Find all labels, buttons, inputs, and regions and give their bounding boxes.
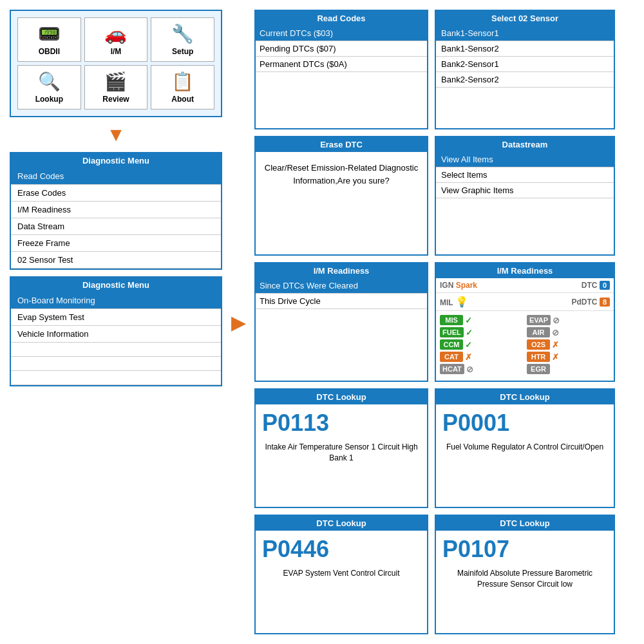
menu-item-data-stream[interactable]: Data Stream xyxy=(11,218,221,235)
dtc-code-2: P0446 xyxy=(256,531,427,565)
arrow-right-icon: ▶ xyxy=(231,311,246,334)
im-label-egr: EGR xyxy=(527,364,550,374)
dtc-desc-3: Fuel Volume Regulator A Control Circuit/… xyxy=(436,439,614,459)
im-label-ccm: CCM xyxy=(440,339,463,350)
menu-item-im-readiness[interactable]: I/M Readiness xyxy=(11,202,221,218)
im-status-fuel: ✓ xyxy=(466,328,473,337)
right-column: Select 02 Sensor Bank1-Sensor1 Bank1-Sen… xyxy=(435,10,615,634)
select-o2-panel: Select 02 Sensor Bank1-Sensor1 Bank1-Sen… xyxy=(435,10,615,129)
menu-item-o2-sensor[interactable]: 02 Sensor Test xyxy=(11,252,221,269)
sensor-bank2-s2[interactable]: Bank2-Sensor2 xyxy=(436,72,614,88)
read-codes-title: Read Codes xyxy=(256,11,427,26)
panel-item-current-dtc[interactable]: Current DTCs ($03) xyxy=(256,26,427,41)
lookup-label: Lookup xyxy=(35,95,63,104)
datastream-panel: Datastream View All Items Select Items V… xyxy=(435,136,615,256)
im-mil-label: MIL 💡 xyxy=(440,296,468,308)
dtc-lookup-3-title: DTC Lookup xyxy=(436,390,614,404)
im-ign-label: IGN Spark xyxy=(440,281,477,290)
im-readiness-panel: I/M Readiness Since DTCs Were Cleared Th… xyxy=(254,262,428,382)
diagnostic-menu-2: Diagnostic Menu On-Board Monitoring Evap… xyxy=(10,276,222,386)
panel-item-pending-dtc[interactable]: Pending DTCs ($07) xyxy=(256,41,427,57)
sensor-bank1-s2[interactable]: Bank1-Sensor2 xyxy=(436,41,614,57)
sensor-bank1-s1[interactable]: Bank1-Sensor1 xyxy=(436,26,614,41)
im-status-evap: ⊘ xyxy=(553,316,560,325)
im-item-drive-cycle[interactable]: This Drive Cycle xyxy=(256,294,427,309)
dtc-code-1: P0113 xyxy=(256,404,427,439)
im-row-ccm: CCM ✓ xyxy=(440,339,523,350)
im-pdtc-info: PdDTC 8 xyxy=(572,298,610,307)
erase-dtc-text: Clear/Reset Emission-Related Diagnostic … xyxy=(256,152,427,196)
im-label-htr: HTR xyxy=(527,352,550,362)
ds-select-items[interactable]: Select Items xyxy=(436,167,614,183)
about-icon-cell[interactable]: 📋 About xyxy=(151,65,214,109)
im-left-col: MIS ✓ FUEL ✓ CCM ✓ CAT ✗ xyxy=(440,315,523,374)
im-icon-cell[interactable]: 🚗 I/M xyxy=(84,17,148,62)
im-label-hcat: HCAT xyxy=(440,364,464,374)
about-label: About xyxy=(171,95,194,104)
im-status-mis: ✓ xyxy=(465,316,472,325)
im-row-fuel: FUEL ✓ xyxy=(440,327,523,337)
im-status-air: ⊘ xyxy=(552,328,559,337)
im-label-mis: MIS xyxy=(440,315,463,325)
menu-item-empty-3 xyxy=(11,371,221,385)
dtc-desc-2: EVAP System Vent Control Circuit xyxy=(256,565,427,585)
sensor-bank2-s1[interactable]: Bank2-Sensor1 xyxy=(436,57,614,72)
setup-label: Setup xyxy=(172,47,193,56)
arrow-right-container: ▶ xyxy=(229,10,248,634)
im-label-fuel: FUEL xyxy=(440,327,464,337)
setup-icon: 🔧 xyxy=(171,23,194,44)
panel-item-permanent-dtc[interactable]: Permanent DTCs ($0A) xyxy=(256,57,427,72)
ds-view-all[interactable]: View All Items xyxy=(436,152,614,167)
menu-item-erase-codes[interactable]: Erase Codes xyxy=(11,185,221,202)
middle-column: Read Codes Current DTCs ($03) Pending DT… xyxy=(254,10,428,634)
menu-item-onboard[interactable]: On-Board Monitoring xyxy=(11,292,221,309)
dtc-desc-1: Intake Air Temperature Sensor 1 Circuit … xyxy=(256,439,427,470)
ds-view-graphic[interactable]: View Graphic Items xyxy=(436,183,614,198)
im-row-htr: HTR ✗ xyxy=(527,352,610,362)
erase-dtc-panel: Erase DTC Clear/Reset Emission-Related D… xyxy=(254,136,428,256)
datastream-title: Datastream xyxy=(436,137,614,152)
diag-menu-2-title: Diagnostic Menu xyxy=(11,278,221,292)
im-icon: 🚗 xyxy=(104,23,127,44)
erase-dtc-title: Erase DTC xyxy=(256,137,427,152)
im-readiness-title: I/M Readiness xyxy=(256,263,427,278)
im-row-cat: CAT ✗ xyxy=(440,352,523,362)
obdii-icon-cell[interactable]: 📟 OBDII xyxy=(17,17,81,62)
im-row-evap: EVAP ⊘ xyxy=(527,315,610,325)
lookup-icon: 🔍 xyxy=(38,71,61,92)
review-icon-cell[interactable]: 🎬 Review xyxy=(84,65,148,109)
im-status-ccm: ✓ xyxy=(465,340,472,350)
dtc-lookup-1-panel: DTC Lookup P0113 Intake Air Temperature … xyxy=(254,388,428,508)
im-row-egr: EGR xyxy=(527,364,610,374)
menu-item-empty-2 xyxy=(11,357,221,371)
diag-menu-1-title: Diagnostic Menu xyxy=(11,153,221,168)
lookup-icon-cell[interactable]: 🔍 Lookup xyxy=(17,65,81,109)
dtc-lookup-2-panel: DTC Lookup P0446 EVAP System Vent Contro… xyxy=(254,515,428,634)
dtc-desc-4: Mainifold Absolute Pressure Barometric P… xyxy=(436,565,614,596)
dtc-lookup-3-panel: DTC Lookup P0001 Fuel Volume Regulator A… xyxy=(435,388,615,508)
im-readiness-grid: MIS ✓ FUEL ✓ CCM ✓ CAT ✗ xyxy=(436,311,614,378)
im-row-o2s: O2S ✗ xyxy=(527,339,610,350)
im-status-o2s: ✗ xyxy=(552,340,559,350)
dtc-code-3: P0001 xyxy=(436,404,614,439)
im-row-hcat: HCAT ⊘ xyxy=(440,364,523,374)
im-label: I/M xyxy=(111,47,122,56)
dtc-code-4: P0107 xyxy=(436,531,614,565)
menu-item-vehicle-info[interactable]: Vehicle Information xyxy=(11,326,221,343)
im-label-o2s: O2S xyxy=(527,339,550,350)
menu-item-freeze-frame[interactable]: Freeze Frame xyxy=(11,235,221,252)
menu-item-evap[interactable]: Evap System Test xyxy=(11,309,221,326)
read-codes-panel: Read Codes Current DTCs ($03) Pending DT… xyxy=(254,10,428,129)
setup-icon-cell[interactable]: 🔧 Setup xyxy=(151,17,214,62)
im-top-row-mil: MIL 💡 PdDTC 8 xyxy=(436,293,614,311)
select-o2-title: Select 02 Sensor xyxy=(436,11,614,26)
im-item-since-cleared[interactable]: Since DTCs Were Cleared xyxy=(256,278,427,294)
menu-item-read-codes[interactable]: Read Codes xyxy=(11,168,221,185)
left-column: 📟 OBDII 🚗 I/M 🔧 Setup 🔍 Lookup 🎬 Review … xyxy=(10,10,222,634)
dtc-lookup-2-title: DTC Lookup xyxy=(256,516,427,531)
im-status-cat: ✗ xyxy=(465,352,472,362)
arrow-down-icon: ▼ xyxy=(10,125,222,144)
im-row-air: AIR ⊘ xyxy=(527,327,610,337)
obdii-icon: 📟 xyxy=(38,23,61,44)
dtc-lookup-1-title: DTC Lookup xyxy=(256,390,427,404)
